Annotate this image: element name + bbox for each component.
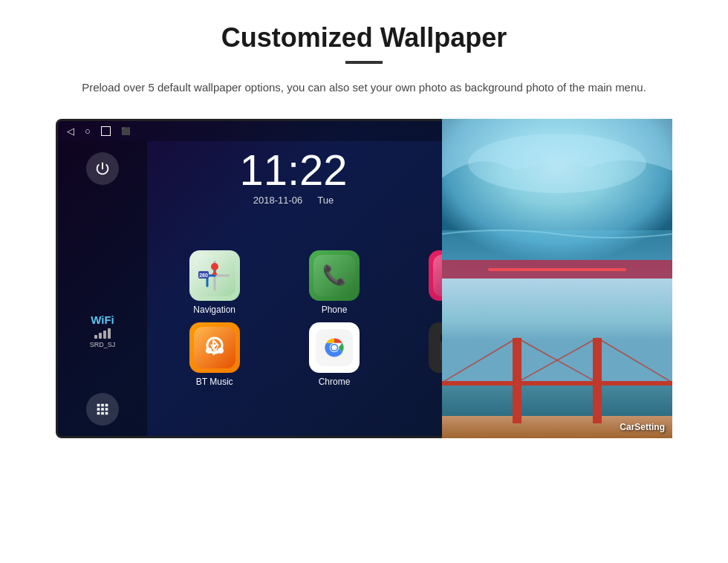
page-title: Customized Wallpaper <box>45 22 683 53</box>
left-sidebar: WiFi SRD_SJ <box>58 141 147 437</box>
app-phone[interactable]: 📞 Phone <box>278 250 390 315</box>
power-button[interactable] <box>86 152 119 185</box>
nav-recent-icon[interactable] <box>101 126 111 136</box>
carsetting-label: CarSetting <box>620 422 665 432</box>
chrome-icon <box>309 322 360 373</box>
nav-back-icon[interactable]: ◁ <box>67 126 74 137</box>
phone-icon: 📞 <box>309 250 360 301</box>
svg-point-5 <box>211 263 218 270</box>
svg-point-15 <box>206 348 212 354</box>
svg-text:📞: 📞 <box>322 263 347 287</box>
bridge-scene <box>442 279 672 438</box>
svg-point-16 <box>218 348 224 354</box>
svg-text:280: 280 <box>199 273 208 278</box>
app-chrome[interactable]: Chrome <box>278 322 390 387</box>
btmusic-icon: ▿ <box>189 322 240 373</box>
ice-cave-image <box>442 119 672 279</box>
nav-screenshot-icon[interactable]: ⬛ <box>121 127 130 135</box>
wifi-bars <box>90 328 116 339</box>
app-btmusic-label: BT Music <box>196 377 233 387</box>
wifi-info: WiFi SRD_SJ <box>90 313 116 348</box>
clock-time: 11:22 <box>158 149 429 192</box>
svg-rect-32 <box>442 279 672 383</box>
apps-button[interactable] <box>86 393 119 426</box>
wallpaper-top-image <box>442 119 672 279</box>
wallpaper-bottom-image: CarSetting <box>442 279 672 438</box>
clock-date-value: 2018-11-06 <box>253 195 303 206</box>
wallpaper-strip <box>442 260 672 279</box>
app-navigation[interactable]: 280 Navigation <box>158 250 270 315</box>
wallpaper-panel: CarSetting <box>442 119 672 438</box>
svg-point-21 <box>331 345 337 350</box>
app-phone-label: Phone <box>322 305 348 315</box>
page-container: Customized Wallpaper Preload over 5 defa… <box>0 0 728 453</box>
app-btmusic[interactable]: ▿ BT Music <box>158 322 270 387</box>
clock-date: 2018-11-06 Tue <box>158 195 429 206</box>
svg-rect-33 <box>442 383 672 420</box>
status-bar-nav: ◁ ○ ⬛ <box>67 126 130 137</box>
title-divider <box>345 61 383 64</box>
nav-home-icon[interactable]: ○ <box>85 126 91 137</box>
page-description: Preload over 5 default wallpaper options… <box>74 79 654 97</box>
app-navigation-label: Navigation <box>193 305 235 315</box>
svg-rect-41 <box>442 381 672 385</box>
android-screen-wrapper: ◁ ○ ⬛ 📍 ▲ 11:22 <box>56 119 672 438</box>
navigation-icon: 280 <box>189 250 240 301</box>
wifi-label: WiFi <box>90 313 116 326</box>
app-chrome-label: Chrome <box>319 377 351 387</box>
clock-section: 11:22 2018-11-06 Tue <box>158 149 429 206</box>
clock-day-value: Tue <box>317 195 334 206</box>
wifi-ssid: SRD_SJ <box>90 341 116 348</box>
